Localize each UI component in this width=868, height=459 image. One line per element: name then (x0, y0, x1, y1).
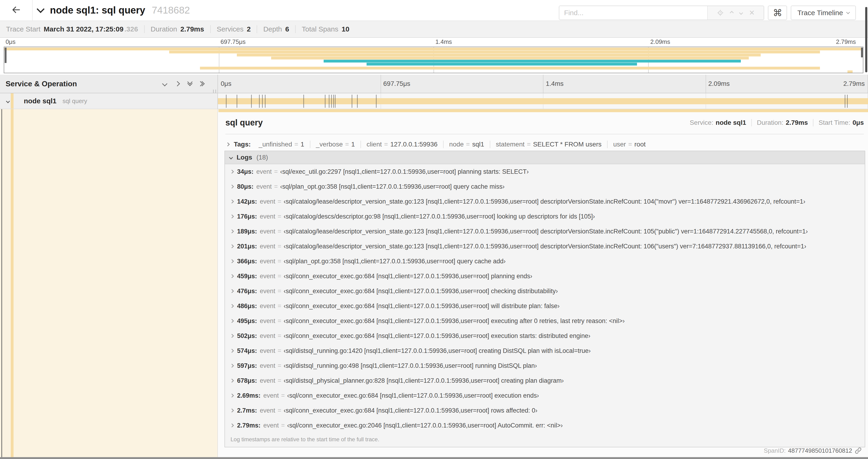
tag-key: node (449, 141, 464, 148)
equals-sign: = (294, 141, 298, 148)
log-entry-row[interactable]: 476μs:event=‹sql/conn_executor_exec.go:6… (225, 284, 865, 299)
log-marker[interactable] (333, 95, 334, 108)
log-entry-row[interactable]: 574μs:event=‹sql/distsql_running.go:1420… (225, 343, 865, 358)
log-field-name: event (260, 302, 275, 310)
trace-id: 7418682 (152, 5, 190, 16)
log-entry-row[interactable]: 459μs:event=‹sql/conn_executor_exec.go:6… (225, 269, 865, 284)
log-entry-row[interactable]: 597μs:event=‹sql/distsql_running.go:498 … (225, 358, 865, 373)
equals-sign: = (527, 141, 531, 148)
log-marker[interactable] (847, 95, 848, 108)
trace-info-value: 10 (342, 25, 349, 33)
equals-sign: = (278, 302, 281, 310)
minimap-right-scrubber[interactable] (861, 47, 863, 57)
log-marker[interactable] (325, 95, 326, 108)
log-entry-row[interactable]: 34μs:event=‹sql/exec_util.go:2297 [nsql1… (225, 164, 865, 179)
log-entry-row[interactable]: 502μs:event=‹sql/conn_executor_exec.go:6… (225, 328, 865, 343)
equals-sign: = (278, 332, 281, 339)
keyboard-shortcuts-button[interactable]: ⌘ (768, 6, 787, 20)
log-entry-row[interactable]: 2.69ms:event=‹sql/conn_executor_exec.go:… (225, 388, 865, 403)
log-entry-row[interactable]: 142μs:event=‹sql/catalog/lease/descripto… (225, 194, 865, 209)
log-marker[interactable] (237, 95, 237, 108)
service-operation-header: Service & Operation (0, 75, 218, 93)
log-entry-row[interactable]: 495μs:event=‹sql/conn_executor_exec.go:6… (225, 314, 865, 328)
find-next-icon[interactable] (739, 11, 743, 15)
span-row[interactable]: node sql1 sql query (0, 93, 868, 109)
clear-find-icon[interactable]: ✕ (749, 9, 755, 16)
log-timestamp: 34μs: (237, 168, 254, 175)
expand-all-icon[interactable] (201, 82, 204, 86)
log-entry-row[interactable]: 201μs:event=‹sql/catalog/lease/descripto… (225, 239, 865, 254)
span-row-name-cell[interactable]: node sql1 sql query (0, 93, 218, 109)
minimap-left-scrubber[interactable] (5, 47, 6, 63)
scrollbar-thumb[interactable] (865, 7, 867, 72)
timeline-ruler: 0μs697.75μs1.4ms2.09ms2.79ms (218, 75, 868, 93)
minimap-span-bar (200, 67, 820, 69)
log-entry-row[interactable]: 80μs:event=‹sql/plan_opt.go:358 [nsql1,c… (225, 179, 865, 194)
chevron-right-icon (230, 215, 234, 219)
log-marker[interactable] (329, 95, 330, 108)
chevron-right-icon (230, 319, 234, 323)
log-entry-row[interactable]: 176μs:event=‹sql/catalog/descs/descripto… (225, 209, 865, 224)
span-duration-bar[interactable] (218, 98, 868, 104)
log-marker[interactable] (331, 95, 332, 108)
log-entry-row[interactable]: 486μs:event=‹sql/conn_executor_exec.go:6… (225, 299, 865, 314)
log-field-name: event (260, 362, 275, 369)
collapse-trace-icon[interactable] (38, 6, 43, 12)
span-bar-area[interactable] (218, 93, 868, 109)
log-marker[interactable] (303, 95, 304, 108)
equals-sign: = (278, 347, 281, 355)
logs-header[interactable]: Logs (18) (225, 151, 865, 164)
deep-link-icon[interactable] (855, 447, 862, 454)
tag-item: _verbose=1 (316, 141, 355, 148)
find-prev-icon[interactable] (730, 11, 734, 15)
tag-key: _verbose (316, 141, 343, 148)
find-input[interactable] (559, 6, 707, 20)
collapse-one-icon[interactable] (162, 81, 167, 87)
tag-value: sql1 (472, 141, 484, 148)
locate-icon[interactable] (717, 9, 724, 16)
log-marker[interactable] (251, 95, 252, 108)
divider (295, 25, 296, 33)
log-field-value: ‹sql/distsql_running.go:1420 [nsql1,clie… (283, 347, 591, 355)
log-marker[interactable] (357, 95, 358, 108)
log-timestamp: 80μs: (237, 183, 254, 190)
collapse-children-icon[interactable] (6, 99, 10, 103)
log-marker[interactable] (845, 95, 845, 108)
log-marker[interactable] (352, 95, 352, 108)
tag-key: _unfinished (259, 141, 292, 148)
view-selector-button[interactable]: Trace Timeline (791, 6, 856, 20)
span-color-stripe (11, 109, 13, 457)
log-entry-row[interactable]: 678μs:event=‹sql/distsql_physical_planne… (225, 373, 865, 388)
log-field-value: ‹sql/conn_executor_exec.go:684 [nsql1,cl… (283, 273, 532, 280)
log-marker[interactable] (259, 95, 260, 108)
log-entry-row[interactable]: 189μs:event=‹sql/catalog/lease/descripto… (225, 224, 865, 239)
expand-one-icon[interactable] (175, 81, 180, 87)
log-marker[interactable] (376, 95, 377, 108)
tag-item: client=127.0.0.1:59936 (367, 141, 437, 148)
timeline-grid-header: Service & Operation 0μs697.75μs1.4ms2.09… (0, 75, 868, 93)
log-timestamp: 486μs: (237, 302, 257, 310)
minimap-span-bar (4, 47, 863, 51)
minimap-canvas[interactable] (4, 47, 863, 73)
trace-info-value: 6 (285, 25, 289, 33)
tags-row[interactable]: Tags: _unfinished=1_verbose=1client=127.… (226, 138, 646, 151)
detail-meta-value: 2.79ms (786, 119, 808, 126)
back-button[interactable] (0, 0, 33, 21)
log-marker[interactable] (335, 95, 336, 108)
tag-value: 127.0.0.1:59936 (391, 141, 437, 148)
log-marker[interactable] (262, 95, 263, 108)
log-marker[interactable] (265, 95, 266, 108)
equals-sign: = (278, 288, 281, 295)
collapse-all-icon[interactable] (188, 82, 192, 85)
log-entry-row[interactable]: 2.79ms:event=‹sql/conn_executor_exec.go:… (225, 418, 865, 433)
log-field-name: event (260, 318, 275, 325)
log-entry-row[interactable]: 366μs:event=‹sql/plan_opt.go:358 [nsql1,… (225, 254, 865, 269)
log-field-name: event (256, 168, 272, 175)
equals-sign: = (278, 318, 281, 325)
trace-info-label: Trace Start (6, 25, 40, 33)
span-id-label: SpanID: (764, 447, 786, 454)
log-timestamp: 678μs: (237, 377, 257, 384)
log-field-name: event (260, 273, 275, 280)
log-entry-row[interactable]: 2.7ms:event=‹sql/conn_executor_exec.go:6… (225, 403, 865, 418)
log-marker[interactable] (226, 95, 226, 108)
